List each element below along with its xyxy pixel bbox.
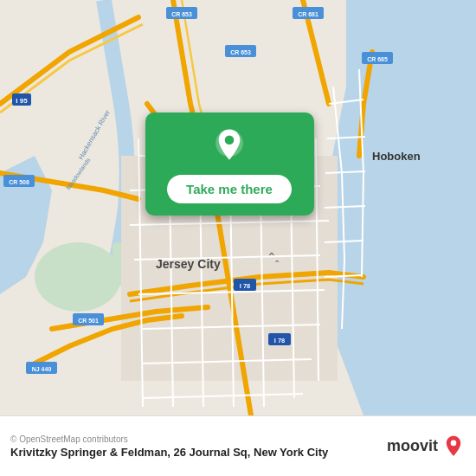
hoboken-label: Hoboken — [372, 150, 421, 163]
green-card: Take me there — [145, 113, 314, 215]
svg-text:NJ 440: NJ 440 — [32, 366, 52, 372]
svg-text:I 78: I 78 — [274, 337, 286, 344]
svg-text:CR 681: CR 681 — [298, 11, 318, 17]
svg-text:CR 653: CR 653 — [230, 49, 251, 55]
take-me-there-button[interactable]: Take me there — [167, 175, 292, 203]
location-pin-icon — [210, 126, 248, 164]
map-container: I 95 CR 653 CR 653 CR 681 CR 685 CR 508 … — [0, 0, 476, 415]
svg-point-3 — [35, 242, 121, 312]
bottom-bar: © OpenStreetMap contributors Krivitzky S… — [0, 415, 476, 476]
svg-text:CR 685: CR 685 — [367, 56, 388, 62]
svg-text:CR 653: CR 653 — [171, 11, 192, 17]
svg-text:I 95: I 95 — [16, 97, 28, 105]
copyright-text: © OpenStreetMap contributors — [10, 434, 387, 444]
moovit-pin-icon — [441, 434, 466, 459]
navigation-card: Take me there — [143, 113, 316, 215]
svg-text:⌃: ⌃ — [273, 259, 280, 268]
moovit-brand-text: moovit — [387, 437, 438, 455]
moovit-logo: moovit — [387, 434, 466, 459]
svg-text:I 78: I 78 — [240, 282, 251, 290]
svg-point-31 — [225, 136, 235, 145]
jersey-city-label: Jersey City — [156, 257, 221, 271]
svg-text:CR 501: CR 501 — [78, 318, 99, 324]
svg-point-32 — [451, 440, 457, 446]
svg-text:CR 508: CR 508 — [9, 179, 29, 185]
bottom-info: © OpenStreetMap contributors Krivitzky S… — [10, 434, 387, 459]
destination-text: Krivitzky Springer & Feldman, 26 Journal… — [10, 446, 387, 459]
